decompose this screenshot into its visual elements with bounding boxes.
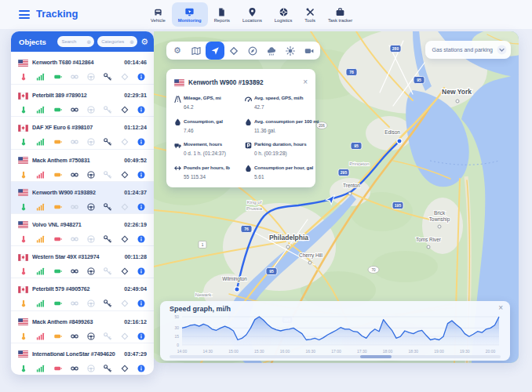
map-tool-sun-button[interactable]	[281, 42, 300, 60]
svg-text:15:00: 15:00	[228, 349, 239, 354]
tracking-time: 02:16:12	[124, 318, 147, 325]
signal-icon	[36, 299, 45, 307]
us-flag-icon	[174, 79, 184, 86]
card-close-button[interactable]: ×	[303, 78, 308, 86]
battery-icon	[54, 73, 62, 81]
info-icon[interactable]	[137, 299, 145, 307]
map-tool-diamond-button[interactable]	[224, 42, 243, 60]
thermometer-icon	[20, 73, 27, 81]
settings-gear-icon[interactable]: ⚙	[140, 38, 148, 46]
map-tool-compass-button[interactable]	[243, 42, 262, 60]
speedometer-icon	[245, 96, 252, 103]
info-icon	[137, 106, 145, 114]
signal-icon	[36, 267, 45, 275]
steering-wheel-icon	[87, 332, 95, 340]
city-marker	[308, 261, 312, 264]
canada-flag-icon	[18, 93, 28, 100]
steering-wheel-icon	[87, 267, 95, 275]
svg-text:50: 50	[174, 314, 179, 319]
compass-icon	[248, 46, 257, 56]
vehicle-row[interactable]: Western Star 49X #312974 00:11:28	[11, 245, 154, 278]
vehicle-card-title: Kenworth W900 #193892	[188, 79, 299, 86]
stat-value: 7.46	[184, 128, 240, 133]
tab-label: Tools	[304, 18, 315, 23]
thermometer-icon	[20, 332, 27, 340]
thermometer-icon	[20, 299, 27, 307]
info-icon[interactable]	[137, 203, 145, 211]
stat-label: Pounds per hours, lb	[184, 165, 230, 170]
vehicle-row[interactable]: International LoneStar #7494620 03:47:29	[11, 343, 154, 375]
interstate-shield: 95	[414, 77, 425, 84]
canada-flag-icon	[18, 254, 28, 261]
city-label: Philadelphia	[269, 234, 308, 241]
signal-icon	[36, 171, 45, 179]
canada-flag-icon	[18, 125, 28, 132]
info-icon[interactable]	[137, 332, 145, 340]
chart-scrollbar[interactable]	[169, 355, 501, 358]
tab-monitoring[interactable]: Monitoring	[172, 2, 208, 27]
key-icon	[104, 138, 111, 146]
link-icon	[71, 365, 78, 372]
graph-title: Speed graph, mi/h	[169, 305, 231, 313]
position-icon	[121, 138, 129, 146]
graph-close-button[interactable]: ×	[498, 304, 503, 312]
tab-vehicle[interactable]: Vehicle	[144, 2, 172, 27]
tab-logistics[interactable]: Logistics	[268, 2, 299, 27]
position-icon	[121, 299, 129, 307]
search-input[interactable]	[61, 39, 86, 44]
objects-title: Objects	[19, 38, 46, 46]
vehicle-row[interactable]: Kenworth T680 #412864 00:14:46	[11, 52, 154, 84]
steering-wheel-icon	[87, 203, 95, 211]
vehicle-row[interactable]: Peterbilt 389 #789012 02:29:31	[11, 84, 154, 116]
map-tool-location-arrow-button[interactable]	[206, 42, 224, 60]
map[interactable]: 2809578952951959576295202206170 New York…	[154, 31, 519, 363]
vehicle-row[interactable]: Volvo VNL #948271 02:26:19	[11, 213, 154, 245]
steering-wheel-icon	[87, 332, 95, 340]
gas-stations-dropdown[interactable]: Gas stations and parking	[425, 41, 511, 59]
info-icon[interactable]	[137, 365, 145, 372]
info-icon[interactable]	[137, 171, 145, 179]
tab-tasks[interactable]: Task tracker	[322, 2, 359, 27]
tab-locations[interactable]: Locations	[236, 2, 268, 27]
key-icon	[104, 267, 111, 275]
app-header: Tracking Vehicle Monitoring Reports Loca…	[0, 0, 532, 29]
battery-icon	[54, 235, 62, 243]
chart-scrollbar-thumb[interactable]	[360, 355, 392, 358]
tab-tools[interactable]: Tools	[298, 2, 322, 27]
search-clear-icon[interactable]: ⊗	[86, 39, 91, 45]
vehicle-row[interactable]: Kenworth W900 #193892 01:24:37	[11, 181, 154, 213]
position-icon	[121, 332, 129, 340]
info-icon[interactable]	[137, 267, 145, 275]
tab-reports[interactable]: Reports	[208, 2, 236, 27]
svg-text:14:30: 14:30	[202, 349, 213, 354]
steering-wheel-icon	[87, 203, 95, 211]
svg-text:14:00: 14:00	[177, 349, 188, 354]
steering-wheel-icon	[87, 106, 95, 114]
info-icon	[137, 73, 145, 81]
info-icon[interactable]	[137, 106, 145, 114]
vehicle-row[interactable]: Mack Anthem #750831 00:49:52	[11, 149, 154, 181]
vehicle-row[interactable]: Mack Anthem #8499263 02:16:12	[11, 310, 154, 343]
gear-icon: ⚙	[173, 46, 181, 55]
map-tool-camera-button[interactable]	[300, 42, 319, 60]
info-icon[interactable]	[137, 235, 145, 243]
search-field: ⊗	[57, 36, 94, 47]
link-icon	[71, 235, 78, 243]
battery-icon	[54, 235, 62, 243]
sun-icon	[286, 46, 295, 56]
city-label: New York	[442, 88, 472, 96]
vehicle-name: Kenworth W900 #193892	[32, 189, 121, 196]
link-icon	[71, 267, 78, 275]
info-icon[interactable]	[137, 138, 145, 146]
steering-wheel-icon	[87, 267, 95, 275]
vehicle-row[interactable]: Peterbilt 579 #4905762 02:49:04	[11, 278, 154, 310]
map-tool-gear-button[interactable]: ⚙	[168, 42, 187, 60]
vehicle-row[interactable]: DAF XF Euro 6 #398107 01:12:24	[11, 116, 154, 148]
map-tool-map-button[interactable]	[187, 42, 206, 60]
menu-icon[interactable]	[19, 10, 30, 19]
info-icon[interactable]	[137, 73, 145, 81]
battery-icon	[54, 171, 62, 179]
map-tool-cloud-button[interactable]	[262, 42, 281, 60]
categories-input[interactable]	[101, 39, 129, 44]
categories-clear-icon[interactable]: ⊗	[129, 39, 134, 45]
